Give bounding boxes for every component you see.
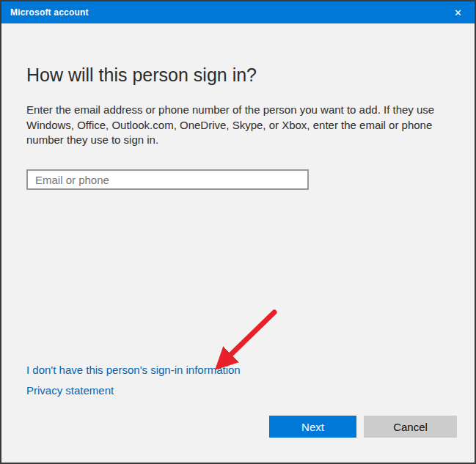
privacy-statement-link[interactable]: Privacy statement xyxy=(26,384,114,397)
close-button[interactable]: ✕ xyxy=(442,1,475,23)
cancel-button[interactable]: Cancel xyxy=(364,416,457,438)
dialog-content: How will this person sign in? Enter the … xyxy=(1,23,475,463)
microsoft-account-dialog: Microsoft account ✕ How will this person… xyxy=(0,0,476,464)
next-button[interactable]: Next xyxy=(269,416,356,438)
close-icon: ✕ xyxy=(454,7,462,18)
window-title: Microsoft account xyxy=(1,7,89,18)
description-text: Enter the email address or phone number … xyxy=(26,103,437,148)
page-title: How will this person sign in? xyxy=(26,65,257,86)
email-or-phone-input[interactable] xyxy=(26,169,309,190)
no-signin-info-link[interactable]: I don't have this person's sign-in infor… xyxy=(26,364,241,376)
titlebar: Microsoft account ✕ xyxy=(1,1,475,23)
